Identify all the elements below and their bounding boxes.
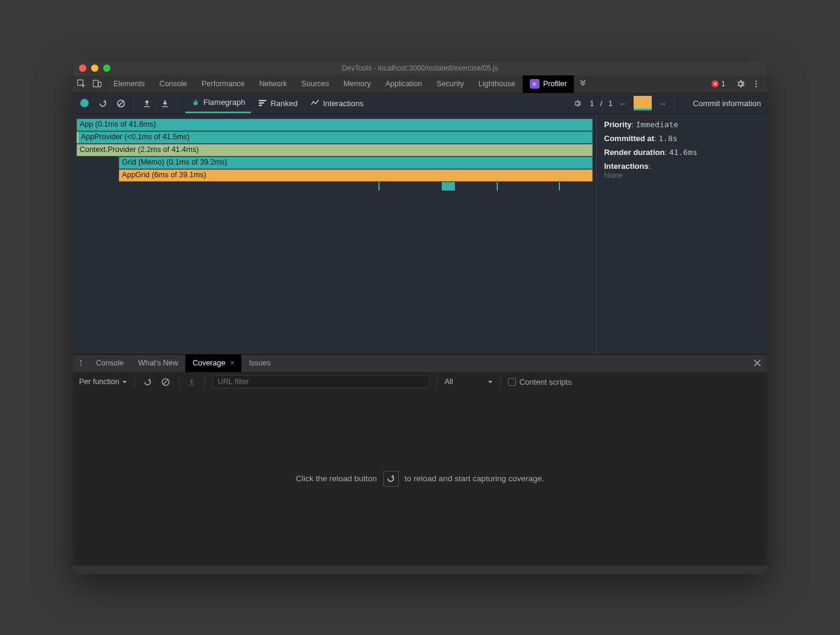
view-flamegraph[interactable]: Flamegraph xyxy=(185,93,251,113)
export-coverage-button[interactable] xyxy=(186,376,197,387)
priority-value: Immediate xyxy=(636,120,678,129)
commit-current: 1 xyxy=(590,99,594,108)
flame-bar[interactable]: Grid (Memo) (0.1ms of 39.2ms) xyxy=(119,157,593,169)
coverage-toolbar: Per function All C xyxy=(73,373,767,392)
more-tabs-button[interactable] xyxy=(574,75,592,93)
drawer-tab-coverage[interactable]: Coverage× xyxy=(185,355,241,372)
clear-coverage-button[interactable] xyxy=(161,376,171,387)
drawer-close-button[interactable] xyxy=(748,355,767,372)
drawer-tab-whatsnew[interactable]: What's New xyxy=(131,355,185,372)
tab-memory[interactable]: Memory xyxy=(336,75,378,93)
tab-sources[interactable]: Sources xyxy=(294,75,336,93)
interactions-icon xyxy=(311,99,319,107)
flame-mark[interactable] xyxy=(497,182,498,191)
tab-lighthouse[interactable]: Lighthouse xyxy=(471,75,523,93)
zoom-window-button[interactable] xyxy=(103,65,110,72)
priority-label: Priority xyxy=(604,120,632,129)
svg-point-12 xyxy=(80,365,81,366)
window-title: DevTools - localhost:3000/isolated/exerc… xyxy=(73,64,767,72)
main-tabs-bar: Elements Console Performance Network Sou… xyxy=(73,75,767,93)
tab-performance[interactable]: Performance xyxy=(194,75,252,93)
drawer: Console What's New Coverage× Issues Per … xyxy=(73,354,767,574)
tab-elements[interactable]: Elements xyxy=(106,75,152,93)
flamegraph-area[interactable]: App (0.1ms of 41.6ms) AppProvider (<0.1m… xyxy=(73,114,596,354)
error-icon: × xyxy=(711,80,719,87)
chevron-down-icon xyxy=(488,379,493,385)
prev-commit-button[interactable]: ← xyxy=(619,98,628,109)
reload-profile-button[interactable] xyxy=(97,98,108,109)
flame-bar[interactable]: AppGrid (6ms of 39.1ms) xyxy=(119,169,593,182)
load-profile-button[interactable] xyxy=(141,98,152,109)
clear-button[interactable] xyxy=(115,98,126,109)
flame-bar[interactable]: AppProvider (<0.1ms of 41.5ms) xyxy=(77,131,593,144)
tab-network[interactable]: Network xyxy=(252,75,294,93)
svg-rect-7 xyxy=(259,100,266,101)
interactions-value: None xyxy=(604,171,623,180)
flame-mark[interactable] xyxy=(442,182,455,191)
svg-point-10 xyxy=(80,360,81,361)
commit-bar[interactable] xyxy=(634,96,652,110)
minimize-window-button[interactable] xyxy=(91,65,98,72)
svg-point-3 xyxy=(756,80,757,82)
svg-rect-8 xyxy=(259,103,264,104)
committed-at-value: 1.8s xyxy=(658,134,677,143)
close-window-button[interactable] xyxy=(79,65,86,72)
tab-console[interactable]: Console xyxy=(152,75,194,93)
commit-info-title: Commit information xyxy=(682,99,761,108)
record-icon xyxy=(80,99,89,107)
checkbox-icon xyxy=(508,378,516,386)
profiler-settings-button[interactable] xyxy=(571,98,582,109)
tab-security[interactable]: Security xyxy=(430,75,471,93)
ranked-icon xyxy=(258,99,267,107)
commit-nav: 1 / 1 ← → xyxy=(590,96,667,110)
drawer-menu-button[interactable] xyxy=(73,355,89,372)
render-duration-label: Render duration xyxy=(604,148,664,157)
render-duration-value: 41.6ms xyxy=(669,148,698,157)
reload-coverage-button[interactable] xyxy=(142,376,153,387)
svg-point-11 xyxy=(80,362,81,364)
devtools-window: DevTools - localhost:3000/isolated/exerc… xyxy=(73,62,767,574)
drawer-footer xyxy=(73,566,767,574)
svg-point-5 xyxy=(756,86,757,87)
view-interactions[interactable]: Interactions xyxy=(305,93,369,113)
view-ranked[interactable]: Ranked xyxy=(252,93,304,113)
error-count-badge[interactable]: × 1 xyxy=(707,78,730,90)
record-button[interactable] xyxy=(79,98,90,109)
kebab-menu-icon[interactable] xyxy=(751,79,761,89)
chevron-down-icon xyxy=(122,379,127,385)
interactions-label: Interactions xyxy=(604,162,649,171)
svg-rect-9 xyxy=(259,105,262,106)
inspect-element-icon[interactable] xyxy=(77,79,86,89)
flame-mark[interactable] xyxy=(378,182,380,191)
commit-total: 1 xyxy=(608,99,612,108)
coverage-scope-select[interactable]: Per function xyxy=(79,378,127,386)
flame-bar[interactable]: App (0.1ms of 41.6ms) xyxy=(77,119,593,131)
titlebar: DevTools - localhost:3000/isolated/exerc… xyxy=(73,62,767,75)
flame-mark[interactable] xyxy=(559,182,560,191)
content-scripts-checkbox[interactable]: Content scripts xyxy=(508,378,572,387)
save-profile-button[interactable] xyxy=(159,98,170,109)
profiler-toolbar: Flamegraph Ranked Interactions 1 / 1 ← →… xyxy=(73,93,767,114)
profiler-main: App (0.1ms of 41.6ms) AppProvider (<0.1m… xyxy=(73,114,767,354)
react-icon: ⚛ xyxy=(530,79,539,89)
flame-icon xyxy=(191,98,200,107)
flame-bar[interactable]: Context.Provider (2.2ms of 41.4ms) xyxy=(77,144,593,156)
device-toolbar-icon[interactable] xyxy=(92,79,102,89)
gear-icon[interactable] xyxy=(736,79,745,89)
coverage-empty-state: Click the reload button to reload and st… xyxy=(73,392,767,566)
close-icon[interactable]: × xyxy=(230,359,234,367)
traffic-lights xyxy=(79,65,110,72)
tab-profiler[interactable]: ⚛ Profiler xyxy=(523,75,574,93)
svg-rect-1 xyxy=(94,80,98,87)
committed-at-label: Committed at xyxy=(604,134,654,143)
drawer-tab-issues[interactable]: Issues xyxy=(241,355,278,372)
type-filter-select[interactable]: All xyxy=(445,378,493,386)
main-tabs: Elements Console Performance Network Sou… xyxy=(106,75,592,93)
flame-children-marks xyxy=(77,182,593,191)
drawer-tab-console[interactable]: Console xyxy=(89,355,131,372)
tab-application[interactable]: Application xyxy=(378,75,429,93)
reload-icon[interactable] xyxy=(383,471,399,487)
url-filter-input[interactable] xyxy=(212,375,430,388)
drawer-tabs: Console What's New Coverage× Issues xyxy=(73,355,767,373)
next-commit-button[interactable]: → xyxy=(658,98,667,109)
